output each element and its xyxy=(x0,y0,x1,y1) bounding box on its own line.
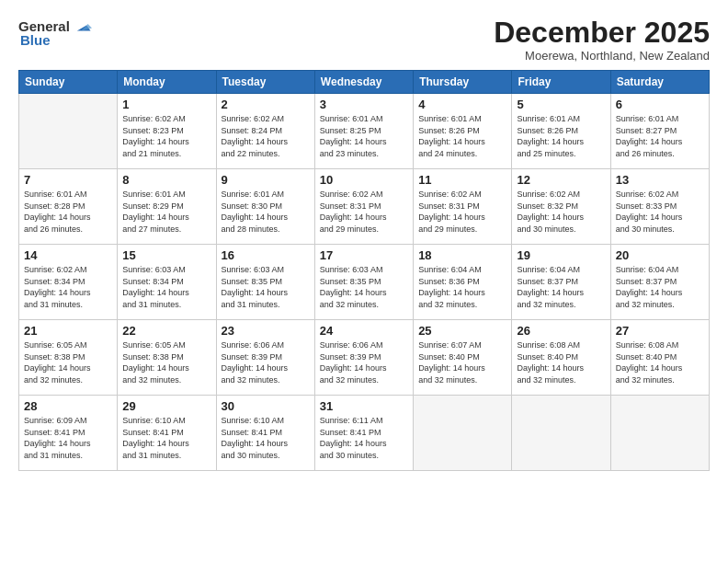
calendar-header-row: Sunday Monday Tuesday Wednesday Thursday… xyxy=(19,71,710,94)
table-row xyxy=(414,396,512,471)
table-row: 9Sunrise: 6:01 AM Sunset: 8:30 PM Daylig… xyxy=(216,169,314,245)
day-number: 7 xyxy=(24,173,112,187)
day-number: 26 xyxy=(517,324,605,338)
day-number: 3 xyxy=(320,98,408,111)
table-row: 16Sunrise: 6:03 AM Sunset: 8:35 PM Dayli… xyxy=(216,245,314,320)
day-number: 9 xyxy=(222,173,310,187)
day-number: 18 xyxy=(418,248,506,262)
day-number: 6 xyxy=(616,98,704,111)
table-row: 11Sunrise: 6:02 AM Sunset: 8:31 PM Dayli… xyxy=(414,169,512,245)
day-number: 2 xyxy=(222,98,310,111)
day-info: Sunrise: 6:10 AM Sunset: 8:41 PM Dayligh… xyxy=(222,415,310,461)
header: General Blue December 2025 Moerewa, Nort… xyxy=(18,17,710,63)
calendar-week-1: 7Sunrise: 6:01 AM Sunset: 8:28 PM Daylig… xyxy=(19,169,710,245)
day-number: 5 xyxy=(517,98,605,111)
table-row: 4Sunrise: 6:01 AM Sunset: 8:26 PM Daylig… xyxy=(414,94,512,169)
day-number: 12 xyxy=(517,173,605,187)
table-row: 6Sunrise: 6:01 AM Sunset: 8:27 PM Daylig… xyxy=(610,94,709,169)
day-info: Sunrise: 6:04 AM Sunset: 8:36 PM Dayligh… xyxy=(418,264,506,310)
day-info: Sunrise: 6:01 AM Sunset: 8:25 PM Dayligh… xyxy=(320,113,408,159)
table-row xyxy=(512,396,610,471)
day-info: Sunrise: 6:03 AM Sunset: 8:34 PM Dayligh… xyxy=(122,264,210,310)
day-number: 22 xyxy=(122,324,210,338)
table-row: 18Sunrise: 6:04 AM Sunset: 8:36 PM Dayli… xyxy=(414,245,512,320)
table-row: 26Sunrise: 6:08 AM Sunset: 8:40 PM Dayli… xyxy=(512,320,610,396)
col-friday: Friday xyxy=(512,71,610,94)
location: Moerewa, Northland, New Zealand xyxy=(494,49,710,63)
calendar-week-3: 21Sunrise: 6:05 AM Sunset: 8:38 PM Dayli… xyxy=(19,320,710,396)
day-info: Sunrise: 6:09 AM Sunset: 8:41 PM Dayligh… xyxy=(24,415,112,461)
calendar-week-0: 1Sunrise: 6:02 AM Sunset: 8:23 PM Daylig… xyxy=(19,94,710,169)
table-row: 5Sunrise: 6:01 AM Sunset: 8:26 PM Daylig… xyxy=(512,94,610,169)
col-saturday: Saturday xyxy=(610,71,709,94)
day-info: Sunrise: 6:03 AM Sunset: 8:35 PM Dayligh… xyxy=(222,264,310,310)
col-thursday: Thursday xyxy=(414,71,512,94)
table-row: 20Sunrise: 6:04 AM Sunset: 8:37 PM Dayli… xyxy=(610,245,709,320)
day-info: Sunrise: 6:02 AM Sunset: 8:32 PM Dayligh… xyxy=(517,189,605,235)
day-number: 8 xyxy=(122,173,210,187)
col-monday: Monday xyxy=(118,71,216,94)
day-number: 19 xyxy=(517,248,605,262)
table-row: 8Sunrise: 6:01 AM Sunset: 8:29 PM Daylig… xyxy=(118,169,216,245)
day-info: Sunrise: 6:05 AM Sunset: 8:38 PM Dayligh… xyxy=(24,339,112,385)
day-number: 27 xyxy=(616,324,704,338)
table-row: 2Sunrise: 6:02 AM Sunset: 8:24 PM Daylig… xyxy=(216,94,314,169)
col-sunday: Sunday xyxy=(19,71,118,94)
day-info: Sunrise: 6:02 AM Sunset: 8:34 PM Dayligh… xyxy=(24,264,112,310)
day-info: Sunrise: 6:03 AM Sunset: 8:35 PM Dayligh… xyxy=(320,264,408,310)
day-info: Sunrise: 6:01 AM Sunset: 8:26 PM Dayligh… xyxy=(418,113,506,159)
day-number: 20 xyxy=(616,248,704,262)
logo-icon xyxy=(72,17,92,37)
day-info: Sunrise: 6:04 AM Sunset: 8:37 PM Dayligh… xyxy=(517,264,605,310)
calendar-week-2: 14Sunrise: 6:02 AM Sunset: 8:34 PM Dayli… xyxy=(19,245,710,320)
day-number: 4 xyxy=(418,98,506,111)
day-info: Sunrise: 6:11 AM Sunset: 8:41 PM Dayligh… xyxy=(320,415,408,461)
table-row: 14Sunrise: 6:02 AM Sunset: 8:34 PM Dayli… xyxy=(19,245,118,320)
day-number: 24 xyxy=(320,324,408,338)
day-number: 25 xyxy=(418,324,506,338)
table-row: 28Sunrise: 6:09 AM Sunset: 8:41 PM Dayli… xyxy=(19,396,118,471)
table-row: 21Sunrise: 6:05 AM Sunset: 8:38 PM Dayli… xyxy=(19,320,118,396)
table-row: 10Sunrise: 6:02 AM Sunset: 8:31 PM Dayli… xyxy=(314,169,413,245)
day-info: Sunrise: 6:10 AM Sunset: 8:41 PM Dayligh… xyxy=(122,415,210,461)
table-row: 15Sunrise: 6:03 AM Sunset: 8:34 PM Dayli… xyxy=(118,245,216,320)
table-row: 1Sunrise: 6:02 AM Sunset: 8:23 PM Daylig… xyxy=(118,94,216,169)
day-number: 28 xyxy=(24,399,112,413)
day-number: 29 xyxy=(122,399,210,413)
day-number: 1 xyxy=(122,98,210,111)
day-number: 23 xyxy=(222,324,310,338)
table-row: 13Sunrise: 6:02 AM Sunset: 8:33 PM Dayli… xyxy=(610,169,709,245)
table-row: 23Sunrise: 6:06 AM Sunset: 8:39 PM Dayli… xyxy=(216,320,314,396)
table-row xyxy=(19,94,118,169)
day-info: Sunrise: 6:02 AM Sunset: 8:31 PM Dayligh… xyxy=(320,189,408,235)
day-number: 30 xyxy=(222,399,310,413)
table-row: 19Sunrise: 6:04 AM Sunset: 8:37 PM Dayli… xyxy=(512,245,610,320)
table-row: 29Sunrise: 6:10 AM Sunset: 8:41 PM Dayli… xyxy=(118,396,216,471)
day-info: Sunrise: 6:01 AM Sunset: 8:26 PM Dayligh… xyxy=(517,113,605,159)
day-number: 13 xyxy=(616,173,704,187)
table-row: 25Sunrise: 6:07 AM Sunset: 8:40 PM Dayli… xyxy=(414,320,512,396)
table-row: 31Sunrise: 6:11 AM Sunset: 8:41 PM Dayli… xyxy=(314,396,413,471)
table-row: 24Sunrise: 6:06 AM Sunset: 8:39 PM Dayli… xyxy=(314,320,413,396)
day-number: 14 xyxy=(24,248,112,262)
day-number: 21 xyxy=(24,324,112,338)
table-row: 27Sunrise: 6:08 AM Sunset: 8:40 PM Dayli… xyxy=(610,320,709,396)
logo: General Blue xyxy=(18,17,92,49)
day-info: Sunrise: 6:02 AM Sunset: 8:31 PM Dayligh… xyxy=(418,189,506,235)
calendar-table: Sunday Monday Tuesday Wednesday Thursday… xyxy=(18,70,710,471)
day-info: Sunrise: 6:02 AM Sunset: 8:33 PM Dayligh… xyxy=(616,189,704,235)
calendar-week-4: 28Sunrise: 6:09 AM Sunset: 8:41 PM Dayli… xyxy=(19,396,710,471)
day-info: Sunrise: 6:01 AM Sunset: 8:30 PM Dayligh… xyxy=(222,189,310,235)
day-info: Sunrise: 6:06 AM Sunset: 8:39 PM Dayligh… xyxy=(320,339,408,385)
day-info: Sunrise: 6:02 AM Sunset: 8:24 PM Dayligh… xyxy=(222,113,310,159)
day-info: Sunrise: 6:08 AM Sunset: 8:40 PM Dayligh… xyxy=(616,339,704,385)
table-row: 7Sunrise: 6:01 AM Sunset: 8:28 PM Daylig… xyxy=(19,169,118,245)
month-title: December 2025 xyxy=(494,17,710,49)
day-info: Sunrise: 6:01 AM Sunset: 8:27 PM Dayligh… xyxy=(616,113,704,159)
day-number: 10 xyxy=(320,173,408,187)
table-row: 3Sunrise: 6:01 AM Sunset: 8:25 PM Daylig… xyxy=(314,94,413,169)
day-number: 11 xyxy=(418,173,506,187)
day-info: Sunrise: 6:07 AM Sunset: 8:40 PM Dayligh… xyxy=(418,339,506,385)
day-info: Sunrise: 6:05 AM Sunset: 8:38 PM Dayligh… xyxy=(122,339,210,385)
table-row: 30Sunrise: 6:10 AM Sunset: 8:41 PM Dayli… xyxy=(216,396,314,471)
